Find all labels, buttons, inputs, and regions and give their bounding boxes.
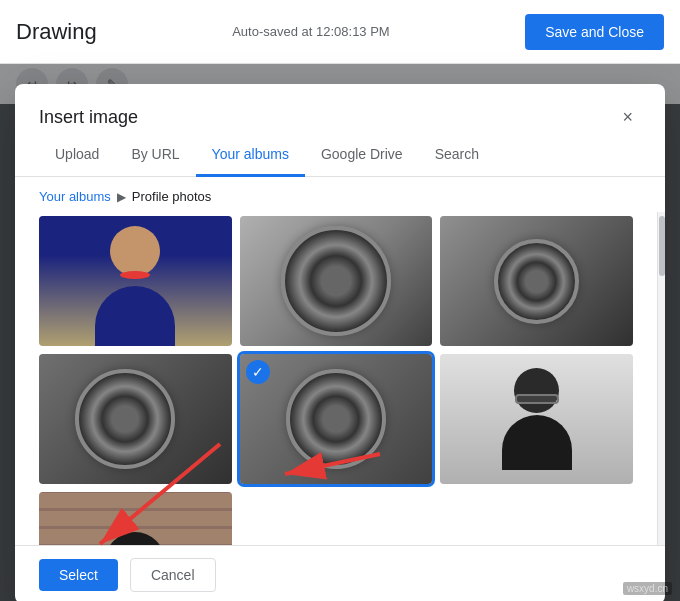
save-and-close-button[interactable]: Save and Close	[525, 14, 664, 50]
tab-google-drive[interactable]: Google Drive	[305, 134, 419, 177]
cancel-button[interactable]: Cancel	[130, 558, 216, 592]
photo-item[interactable]	[39, 354, 232, 484]
app-title: Drawing	[16, 19, 97, 45]
photo-item-selected[interactable]: ✓	[240, 354, 433, 484]
top-bar: Drawing Auto-saved at 12:08:13 PM Save a…	[0, 0, 680, 64]
modal-title: Insert image	[39, 107, 138, 128]
modal-footer: Select Cancel	[15, 545, 665, 601]
tab-search[interactable]: Search	[419, 134, 495, 177]
scrollbar-thumb[interactable]	[659, 216, 665, 276]
photo-grid: ✓	[39, 216, 633, 545]
photo-item[interactable]	[440, 216, 633, 346]
select-button[interactable]: Select	[39, 559, 118, 591]
watermark: wsxyd.cn	[623, 582, 672, 595]
tab-by-url[interactable]: By URL	[115, 134, 195, 177]
breadcrumb-separator: ▶	[117, 190, 126, 204]
photo-item[interactable]	[39, 492, 232, 545]
modal-tabs: Upload By URL Your albums Google Drive S…	[15, 134, 665, 177]
tab-upload[interactable]: Upload	[39, 134, 115, 177]
insert-image-modal: Insert image × Upload By URL Your albums…	[15, 84, 665, 601]
autosave-status: Auto-saved at 12:08:13 PM	[97, 24, 525, 39]
breadcrumb-current: Profile photos	[132, 189, 212, 204]
tab-your-albums[interactable]: Your albums	[196, 134, 305, 177]
modal-header: Insert image ×	[15, 84, 665, 130]
scrollbar-track[interactable]	[657, 212, 665, 545]
modal-overlay: Insert image × Upload By URL Your albums…	[0, 64, 680, 601]
modal-close-button[interactable]: ×	[614, 104, 641, 130]
breadcrumb-parent-link[interactable]: Your albums	[39, 189, 111, 204]
photo-grid-container: ✓	[15, 212, 657, 545]
photo-item[interactable]	[440, 354, 633, 484]
selection-checkmark: ✓	[246, 360, 270, 384]
photo-item[interactable]	[39, 216, 232, 346]
breadcrumb: Your albums ▶ Profile photos	[15, 177, 665, 212]
photo-item[interactable]	[240, 216, 433, 346]
